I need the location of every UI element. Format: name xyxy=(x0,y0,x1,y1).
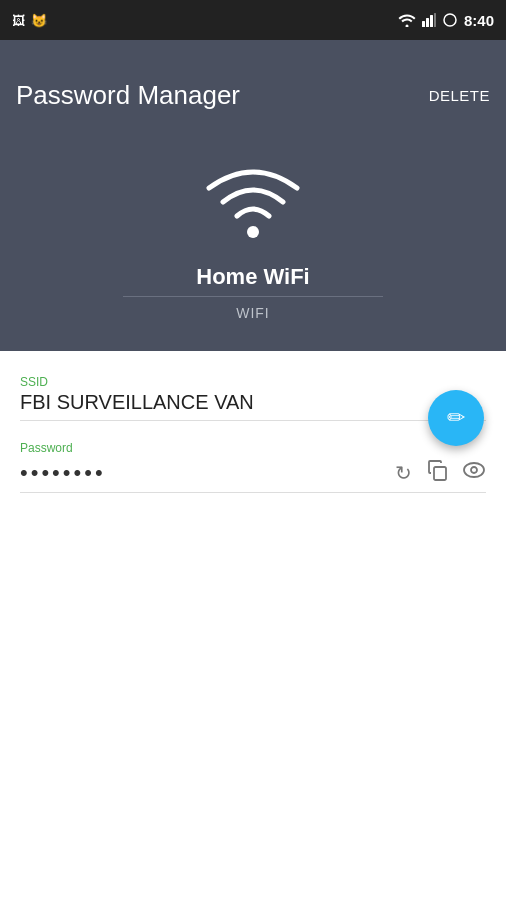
password-dots: •••••••• xyxy=(20,460,395,486)
svg-rect-3 xyxy=(434,13,436,27)
svg-point-7 xyxy=(464,463,484,477)
entry-name: Home WiFi xyxy=(196,264,309,290)
entry-name-divider xyxy=(123,296,383,297)
cat-icon: 😺 xyxy=(31,13,47,28)
wifi-status-icon xyxy=(398,13,416,27)
password-actions: ↻ xyxy=(395,459,486,486)
password-field: Password •••••••• ↻ xyxy=(20,441,486,493)
password-row: •••••••• ↻ xyxy=(20,459,486,493)
svg-point-5 xyxy=(247,226,259,238)
ssid-field: SSID FBI SURVEILLANCE VAN xyxy=(20,375,486,421)
svg-point-4 xyxy=(444,14,456,26)
svg-point-8 xyxy=(471,467,477,473)
ssid-label: SSID xyxy=(20,375,486,389)
battery-icon xyxy=(442,12,458,28)
app-bar: Password Manager DELETE xyxy=(0,40,506,150)
refresh-icon[interactable]: ↻ xyxy=(395,461,412,485)
edit-fab[interactable]: ✏ xyxy=(428,390,484,446)
copy-icon[interactable] xyxy=(426,459,448,486)
app-title: Password Manager xyxy=(16,80,240,111)
svg-rect-2 xyxy=(430,15,433,27)
status-time: 8:40 xyxy=(464,12,494,29)
svg-rect-0 xyxy=(422,21,425,27)
pencil-icon: ✏ xyxy=(447,405,465,431)
password-label: Password xyxy=(20,441,486,455)
status-bar-left: 🖼 😺 xyxy=(12,13,47,28)
image-icon: 🖼 xyxy=(12,13,25,28)
ssid-value: FBI SURVEILLANCE VAN xyxy=(20,391,486,421)
svg-rect-1 xyxy=(426,18,429,27)
status-bar: 🖼 😺 8:40 xyxy=(0,0,506,40)
wifi-icon xyxy=(203,160,303,244)
entry-type: WIFI xyxy=(236,305,270,321)
delete-button[interactable]: DELETE xyxy=(429,87,490,104)
svg-rect-6 xyxy=(434,467,446,480)
status-bar-right: 8:40 xyxy=(398,12,494,29)
signal-icon xyxy=(422,13,436,27)
view-icon[interactable] xyxy=(462,461,486,484)
hero-section: Home WiFi WIFI xyxy=(0,150,506,351)
